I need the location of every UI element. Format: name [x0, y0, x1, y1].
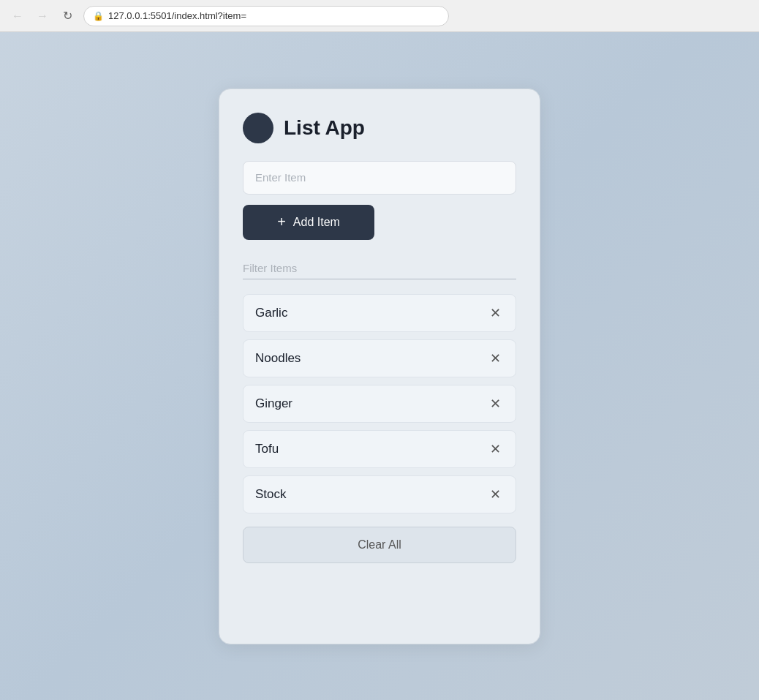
- list-item: Tofu✕: [243, 430, 516, 468]
- back-button[interactable]: ←: [9, 7, 26, 25]
- list-item-text: Ginger: [255, 396, 292, 411]
- forward-icon: →: [37, 10, 48, 23]
- forward-button[interactable]: →: [34, 7, 51, 25]
- filter-input[interactable]: [243, 257, 516, 279]
- reload-button[interactable]: ↻: [58, 7, 76, 25]
- clear-all-button[interactable]: Clear All: [243, 527, 516, 563]
- browser-toolbar: ← → ↻ 🔒 127.0.0.1:5501/index.html?item=: [0, 0, 759, 32]
- list-item: Noodles✕: [243, 339, 516, 377]
- app-card: List App + Add Item Garlic✕Noodles✕Ginge…: [219, 89, 540, 644]
- reload-icon: ↻: [63, 9, 72, 23]
- items-list: Garlic✕Noodles✕Ginger✕Tofu✕Stock✕: [243, 294, 516, 513]
- list-item-text: Tofu: [255, 442, 279, 456]
- list-item-text: Garlic: [255, 306, 287, 320]
- list-item: Stock✕: [243, 475, 516, 513]
- app-logo: [243, 113, 273, 143]
- back-icon: ←: [12, 10, 23, 23]
- plus-icon: +: [277, 214, 286, 230]
- lock-icon: 🔒: [93, 11, 104, 21]
- address-bar[interactable]: 🔒 127.0.0.1:5501/index.html?item=: [83, 6, 449, 26]
- list-item: Ginger✕: [243, 385, 516, 423]
- app-title: List App: [284, 116, 365, 140]
- list-item: Garlic✕: [243, 294, 516, 332]
- remove-item-button[interactable]: ✕: [487, 304, 504, 323]
- remove-item-button[interactable]: ✕: [487, 485, 504, 504]
- page-content: List App + Add Item Garlic✕Noodles✕Ginge…: [0, 32, 759, 700]
- remove-item-button[interactable]: ✕: [487, 440, 504, 459]
- list-item-text: Noodles: [255, 351, 301, 366]
- list-item-text: Stock: [255, 487, 287, 502]
- remove-item-button[interactable]: ✕: [487, 394, 504, 413]
- item-input[interactable]: [243, 161, 516, 195]
- url-text: 127.0.0.1:5501/index.html?item=: [108, 10, 246, 21]
- add-item-label: Add Item: [293, 216, 340, 229]
- add-item-button[interactable]: + Add Item: [243, 205, 374, 240]
- remove-item-button[interactable]: ✕: [487, 349, 504, 368]
- app-header: List App: [243, 113, 516, 143]
